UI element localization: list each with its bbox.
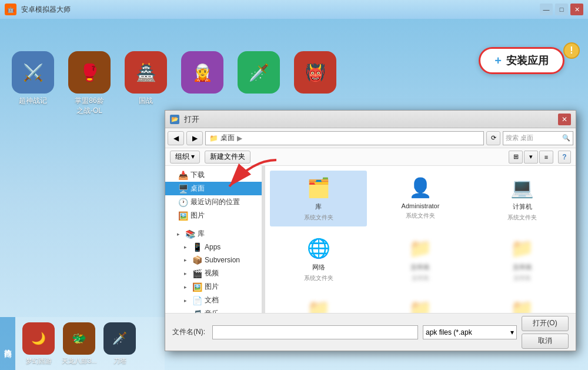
filetype-dropdown[interactable]: apk files (*.apk ▾ [423, 325, 517, 339]
tree-item-library[interactable]: ▸ 📚 库 [165, 227, 262, 241]
address-bar[interactable]: 📁 桌面 ▶ [205, 131, 484, 145]
app-icon-label-2: 国战 [139, 96, 153, 106]
dialog-close-button[interactable]: ✕ [558, 114, 571, 125]
file-item-blurred-5[interactable]: 📁 文件夹 文件夹 [474, 292, 571, 313]
install-app-button[interactable]: + 安装应用 [479, 47, 564, 74]
file-item-blurred-4[interactable]: 📁 文件夹 文件夹 [372, 292, 469, 313]
tree-label: 最近访问的位置 [191, 197, 240, 207]
tree-label: Subversion [205, 256, 240, 264]
hot-label: 热门推荐 [0, 317, 15, 370]
bottom-app-icon-2[interactable]: 🗡️ 刀塔 [103, 322, 136, 365]
file-sublabel-admin: 系统文件夹 [406, 212, 435, 220]
title-bar: 🤖 安卓模拟器大师 — □ ✕ [0, 0, 588, 19]
file-sublabel-blurred-2: 文件夹 [513, 274, 531, 282]
new-folder-button[interactable]: 新建文件夹 [205, 151, 250, 164]
refresh-button[interactable]: ⟳ [486, 131, 500, 145]
file-icon-blurred-2: 📁 [508, 236, 536, 261]
dialog-action-buttons: 打开(O) 取消 [522, 316, 569, 349]
file-item-computer[interactable]: 💻 计算机 系统文件夹 [474, 171, 571, 226]
tree-item-subversion[interactable]: ▸ 📦 Subversion [165, 254, 262, 266]
expand-arrow: ▸ [184, 257, 190, 263]
tree-item-desktop[interactable]: 🖥️ 桌面 [165, 182, 262, 195]
organize-button[interactable]: 组织 ▾ [170, 151, 200, 164]
warning-icon: ! [563, 42, 580, 59]
back-button[interactable]: ◀ [168, 131, 184, 145]
file-icon-library: 🗂️ [305, 175, 333, 200]
search-icon: 🔍 [562, 134, 570, 142]
file-grid: 🗂️ 库 系统文件夹 👤 Administrator 系统文件夹 💻 计算机 [270, 171, 571, 313]
bottom-recommended-row: 热门推荐 🌙 梦幻西游 🐲 天龙八部3... 🗡️ 刀塔 [0, 317, 165, 370]
folder-icon: 🖼️ [178, 211, 188, 221]
file-icon-blurred-3: 📁 [305, 296, 333, 313]
file-item-library[interactable]: 🗂️ 库 系统文件夹 [270, 171, 367, 226]
file-item-administrator[interactable]: 👤 Administrator 系统文件夹 [372, 171, 469, 226]
app-icon-3[interactable]: 🧝 [181, 51, 223, 116]
view-btn-3[interactable]: ≡ [539, 151, 553, 164]
app-icon-5[interactable]: 👹 [294, 51, 336, 116]
file-item-blurred-1[interactable]: 📁 文件夹 文件夹 [372, 231, 469, 287]
tree-label: 音乐 [205, 309, 219, 313]
minimize-button[interactable]: — [540, 4, 553, 15]
window-controls: — □ ✕ [540, 4, 583, 15]
tree-item-music[interactable]: ▸ 🎵 音乐 [165, 307, 262, 313]
folder-icon: 🖼️ [192, 282, 202, 292]
address-arrow: ▶ [237, 134, 242, 142]
file-icon-blurred-1: 📁 [406, 236, 435, 261]
close-button[interactable]: ✕ [570, 4, 583, 15]
plus-icon: + [495, 54, 502, 68]
tree-item-apps[interactable]: ▸ 📱 Apps [165, 241, 262, 254]
app-icon-0[interactable]: ⚔️ 超神战记 [12, 51, 54, 116]
main-area: ! + 安装应用 ⚔️ 超神战记 🥊 掌盟86龄 之战-OL 🏯 国战 🧝 🗡️ [0, 19, 588, 370]
tree-item-download[interactable]: 📥 下载 [165, 168, 262, 182]
install-btn-wrapper: + 安装应用 [479, 47, 564, 74]
help-button[interactable]: ? [558, 151, 571, 164]
file-item-blurred-3[interactable]: 📁 文件夹 文件夹 [270, 292, 367, 313]
file-item-blurred-2[interactable]: 📁 文件夹 文件夹 [474, 231, 571, 287]
tree-item-docs[interactable]: ▸ 📄 文档 [165, 294, 262, 307]
file-icon-admin: 👤 [406, 175, 435, 200]
file-item-network[interactable]: 🌐 网络 系统文件夹 [270, 231, 367, 287]
expand-arrow: ▸ [184, 284, 190, 290]
bottom-app-icons: 🌙 梦幻西游 🐲 天龙八部3... 🗡️ 刀塔 [15, 318, 143, 370]
tree-panel: 📥 下载 🖥️ 桌面 🕐 最近访问的位置 🖼️ 图片 [165, 166, 262, 313]
file-label-computer: 计算机 [513, 202, 532, 211]
file-label-blurred-1: 文件夹 [410, 263, 430, 272]
forward-button[interactable]: ▶ [186, 131, 203, 145]
bottom-app-icon-1[interactable]: 🐲 天龙八部3... [62, 322, 96, 365]
filename-input[interactable] [212, 325, 418, 339]
address-text: 桌面 [220, 133, 235, 143]
maximize-button[interactable]: □ [555, 4, 568, 15]
file-sublabel-library: 系统文件夹 [304, 214, 333, 222]
app-icon-img-3: 🧝 [181, 51, 223, 94]
expand-arrow: ▸ [184, 244, 190, 250]
tree-label: 桌面 [191, 184, 205, 194]
bottom-app-img-0: 🌙 [22, 322, 55, 355]
bottom-app-icon-0[interactable]: 🌙 梦幻西游 [22, 322, 55, 365]
app-icons-row: ⚔️ 超神战记 🥊 掌盟86龄 之战-OL 🏯 国战 🧝 🗡️ 👹 [12, 51, 336, 116]
tree-item-recent[interactable]: 🕐 最近访问的位置 [165, 195, 262, 209]
app-logo: 🤖 [5, 4, 16, 15]
file-label-library: 库 [315, 202, 322, 211]
app-title: 安卓模拟器大师 [21, 5, 540, 15]
dialog-toolbar2: 组织 ▾ 新建文件夹 ⊞ ▾ ≡ ? [165, 148, 576, 166]
tree-item-images[interactable]: ▸ 🖼️ 图片 [165, 280, 262, 294]
app-icon-1[interactable]: 🥊 掌盟86龄 之战-OL [68, 51, 111, 116]
tree-item-video[interactable]: ▸ 🎬 视频 [165, 266, 262, 280]
view-btn-2[interactable]: ▾ [524, 151, 538, 164]
file-icon-computer: 💻 [508, 175, 536, 200]
cancel-button[interactable]: 取消 [522, 334, 569, 349]
tree-item-pictures[interactable]: 🖼️ 图片 [165, 209, 262, 222]
dialog-toolbar: ◀ ▶ 📁 桌面 ▶ ⟳ 搜索 桌面 🔍 [165, 128, 576, 148]
expand-arrow: ▸ [184, 298, 190, 304]
app-icon-2[interactable]: 🏯 国战 [125, 51, 167, 116]
bottom-app-img-2: 🗡️ [103, 322, 136, 355]
file-area: 🗂️ 库 系统文件夹 👤 Administrator 系统文件夹 💻 计算机 [265, 166, 576, 313]
open-button[interactable]: 打开(O) [522, 316, 569, 331]
view-btn-1[interactable]: ⊞ [509, 151, 523, 164]
file-dialog: 📂 打开 ✕ ◀ ▶ 📁 桌面 ▶ ⟳ 搜索 桌面 🔍 组织 ▾ 新建文件夹 [165, 110, 576, 351]
app-icon-4[interactable]: 🗡️ [238, 51, 280, 116]
file-icon-blurred-4: 📁 [406, 296, 435, 313]
file-label-network: 网络 [312, 263, 325, 272]
search-bar[interactable]: 搜索 桌面 🔍 [503, 131, 573, 145]
tree-label: 下载 [191, 170, 205, 180]
